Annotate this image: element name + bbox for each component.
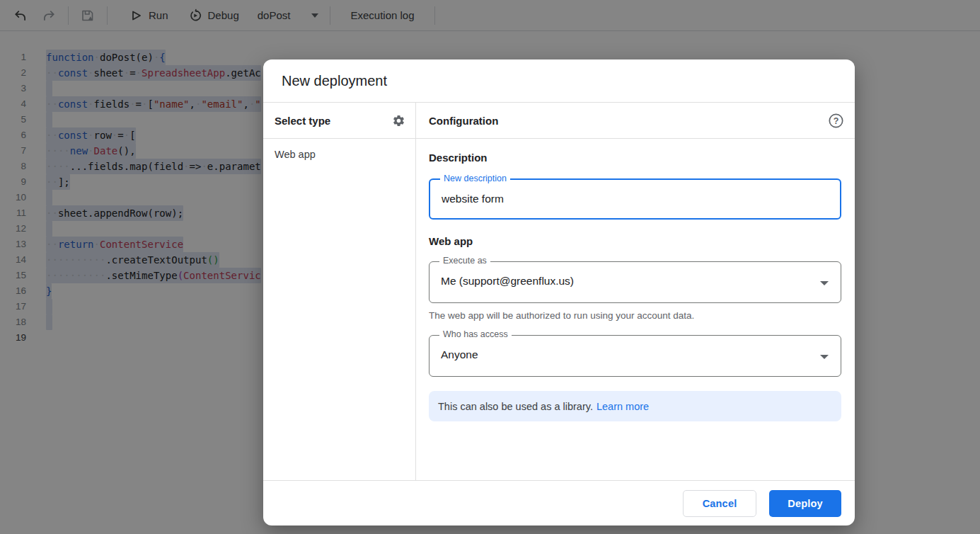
deployment-type-web-app[interactable]: Web app [263, 139, 415, 170]
library-note: This can also be used as a library. Lear… [429, 391, 841, 421]
dialog-body: Web app Description New description webs… [263, 139, 855, 480]
cancel-button[interactable]: Cancel [683, 490, 756, 517]
execute-as-value: Me (support@greenflux.us) [430, 262, 841, 288]
execute-as-helper-text: The web app will be authorized to run us… [429, 310, 841, 321]
who-has-access-value: Anyone [430, 336, 841, 361]
who-has-access-label: Who has access [439, 329, 512, 339]
select-type-header: Select type [263, 103, 416, 139]
configuration-header: Configuration ? [416, 103, 855, 139]
select-type-panel: Web app [263, 139, 416, 480]
execute-as-select[interactable]: Execute as Me (support@greenflux.us) [429, 261, 841, 303]
configuration-panel: Description New description website form… [416, 139, 855, 480]
description-input[interactable]: New description website form [429, 178, 841, 220]
description-input-value: website form [430, 180, 840, 205]
dialog-footer: Cancel Deploy [263, 480, 855, 526]
library-note-text: This can also be used as a library. [438, 401, 593, 412]
configuration-label: Configuration [429, 115, 498, 127]
learn-more-link[interactable]: Learn more [596, 401, 649, 412]
execute-as-label: Execute as [439, 256, 490, 266]
webapp-heading: Web app [429, 235, 841, 247]
dropdown-arrow-icon [820, 281, 829, 285]
help-icon[interactable]: ? [828, 113, 844, 129]
select-type-label: Select type [275, 115, 330, 127]
apps-script-ide: Run Debug doPost Execution log 1function… [0, 0, 980, 534]
dialog-title: New deployment [263, 59, 855, 103]
dialog-header-row: Select type Configuration ? [263, 103, 855, 139]
gear-icon[interactable] [392, 114, 405, 127]
svg-text:?: ? [834, 116, 839, 126]
description-input-label: New description [440, 174, 510, 183]
new-deployment-dialog: New deployment Select type Configuration… [263, 59, 855, 526]
deploy-button[interactable]: Deploy [769, 490, 841, 517]
description-heading: Description [429, 152, 841, 164]
dropdown-arrow-icon [820, 355, 829, 359]
who-has-access-select[interactable]: Who has access Anyone [429, 335, 841, 377]
